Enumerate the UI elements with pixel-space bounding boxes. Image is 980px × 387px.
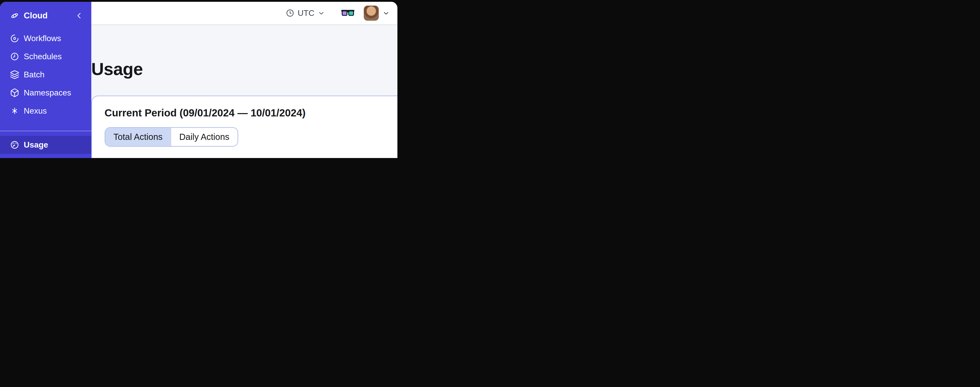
topbar: UTC: [91, 2, 398, 25]
sidebar-item-label: Nexus: [24, 106, 47, 116]
sidebar-item-batch[interactable]: Batch: [0, 66, 91, 84]
sidebar-item-label: Workflows: [24, 34, 61, 43]
sidebar-item-label: Namespaces: [24, 88, 71, 98]
sidebar-nav-account: UsageBillingSettings: [0, 136, 91, 158]
sidebar-workspace-header[interactable]: Cloud: [0, 2, 91, 29]
sidebar-divider: [0, 131, 91, 131]
sidebar-collapse-icon[interactable]: [75, 11, 84, 21]
sidebar-item-label: Usage: [24, 140, 48, 150]
timezone-label: UTC: [298, 8, 314, 18]
user-menu-chevron-icon[interactable]: [382, 10, 390, 17]
schedules-icon: [10, 52, 19, 61]
card-title: Current Period (09/01/2024 — 10/01/2024): [105, 107, 398, 119]
app-window: Cloud WorkflowsSchedulesBatchNamespacesN…: [0, 2, 400, 158]
sidebar-item-usage[interactable]: Usage: [0, 136, 91, 154]
batch-icon: [10, 70, 19, 79]
sidebar-item-label: Batch: [24, 70, 45, 79]
nexus-icon: [10, 106, 19, 116]
timezone-picker[interactable]: UTC: [286, 8, 325, 18]
namespaces-icon: [10, 88, 19, 98]
page-header: Usage Current Period: [91, 58, 398, 81]
sidebar-item-namespaces[interactable]: Namespaces: [0, 84, 91, 102]
sidebar-item-billing[interactable]: Billing: [0, 154, 91, 158]
actions-tab-group: Total ActionsDaily Actions: [105, 127, 238, 147]
sidebar: Cloud WorkflowsSchedulesBatchNamespacesN…: [0, 2, 91, 158]
user-avatar[interactable]: [364, 6, 379, 21]
sidebar-item-schedules[interactable]: Schedules: [0, 48, 91, 66]
cloud-logo-icon: [10, 11, 19, 21]
sidebar-item-workflows[interactable]: Workflows: [0, 29, 91, 48]
usage-summary-card: Current Period (09/01/2024 — 10/01/2024)…: [91, 96, 398, 158]
sidebar-item-nexus[interactable]: Nexus: [0, 102, 91, 120]
workspace-label: Cloud: [24, 11, 48, 21]
glasses-icon[interactable]: [341, 9, 354, 18]
main-area: UTC Usage Current Period: [91, 2, 398, 158]
chevron-down-icon: [318, 10, 325, 17]
page-title: Usage: [91, 59, 143, 79]
browser-viewport: Cloud WorkflowsSchedulesBatchNamespacesN…: [0, 2, 398, 158]
tab-total-actions[interactable]: Total Actions: [105, 128, 171, 146]
workflows-icon: [10, 34, 19, 43]
sidebar-nav-primary: WorkflowsSchedulesBatchNamespacesNexus: [0, 29, 91, 120]
sidebar-item-label: Schedules: [24, 52, 62, 61]
tab-daily-actions[interactable]: Daily Actions: [171, 128, 237, 146]
page-content: Usage Current Period Current Period (09/…: [91, 25, 398, 158]
usage-icon: [10, 140, 19, 150]
clock-icon: [286, 9, 294, 18]
